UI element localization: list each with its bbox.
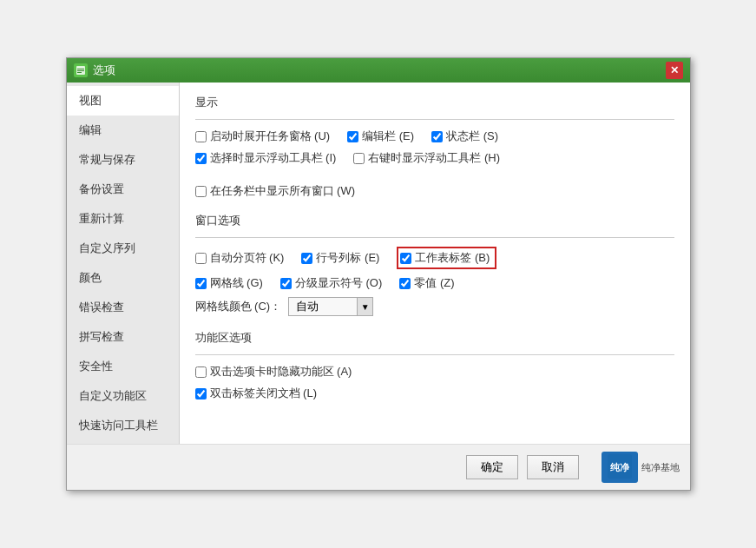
window-row-1: 自动分页符 (K) 行号列标 (E) 工作表标签 (B) [195, 247, 674, 269]
svg-rect-3 [77, 72, 82, 73]
dialog-footer: 确定 取消 纯净 纯净基地 [67, 444, 690, 490]
window-row-2: 网格线 (G) 分级显示符号 (O) 零值 (Z) [195, 275, 674, 291]
zero-values-option[interactable]: 零值 (Z) [399, 275, 454, 291]
grid-color-label: 网格线颜色 (C)： [195, 299, 282, 314]
display-divider [195, 119, 674, 120]
sidebar-item-view[interactable]: 视图 [67, 86, 179, 116]
sidebar-item-security[interactable]: 安全性 [67, 352, 179, 381]
outline-symbols-label: 分级显示符号 (O) [295, 275, 382, 291]
options-dialog: 选项 ✕ 视图编辑常规与保存备份设置重新计算自定义序列颜色错误检查拼写检查安全性… [66, 57, 691, 491]
watermark-text: 纯净基地 [641, 461, 680, 474]
main-content: 显示 启动时展开任务窗格 (U) 编辑栏 (E) 状态栏 (S) [180, 83, 690, 444]
sidebar-item-color[interactable]: 颜色 [67, 263, 179, 293]
formula-bar-checkbox[interactable] [347, 131, 358, 142]
grid-color-row: 网格线颜色 (C)： 自动 ▼ [195, 297, 674, 316]
float-on-select-label: 选择时显示浮动工具栏 (I) [210, 150, 337, 166]
window-divider [195, 237, 674, 238]
collapse-ribbon-option[interactable]: 双击选项卡时隐藏功能区 (A) [195, 364, 352, 380]
window-section-title: 窗口选项 [195, 213, 674, 230]
gridlines-option[interactable]: 网格线 (G) [195, 275, 263, 291]
function-section-title: 功能区选项 [195, 330, 674, 347]
status-bar-label: 状态栏 (S) [446, 129, 498, 144]
outline-symbols-option[interactable]: 分级显示符号 (O) [280, 275, 382, 291]
display-row-2: 选择时显示浮动工具栏 (I) 右键时显示浮动工具栏 (H) 在任务栏中显示所有窗… [195, 150, 674, 199]
zero-values-label: 零值 (Z) [414, 275, 454, 291]
sidebar: 视图编辑常规与保存备份设置重新计算自定义序列颜色错误检查拼写检查安全性自定义功能… [67, 83, 180, 444]
outline-symbols-checkbox[interactable] [280, 278, 292, 289]
grid-color-select[interactable]: 自动 ▼ [288, 297, 373, 316]
dialog-body: 视图编辑常规与保存备份设置重新计算自定义序列颜色错误检查拼写检查安全性自定义功能… [67, 83, 690, 444]
sidebar-item-errcheck[interactable]: 错误检查 [67, 293, 179, 322]
title-bar-left: 选项 [74, 63, 115, 78]
show-all-taskbar-checkbox[interactable] [195, 186, 207, 197]
float-on-rightclick-label: 右键时显示浮动工具栏 (H) [368, 150, 500, 166]
grid-color-value[interactable]: 自动 [288, 297, 358, 316]
float-on-select-checkbox[interactable] [195, 153, 207, 164]
show-all-taskbar-label: 在任务栏中显示所有窗口 (W) [210, 183, 356, 199]
show-all-taskbar-option[interactable]: 在任务栏中显示所有窗口 (W) [195, 183, 356, 199]
row-col-header-label: 行号列标 (E) [316, 250, 379, 266]
svg-rect-2 [77, 70, 84, 71]
sidebar-item-customseq[interactable]: 自定义序列 [67, 234, 179, 263]
row-col-header-checkbox[interactable] [301, 253, 312, 264]
gridlines-checkbox[interactable] [195, 278, 207, 289]
sidebar-item-spellcheck[interactable]: 拼写检查 [67, 322, 179, 352]
status-bar-option[interactable]: 状态栏 (S) [431, 129, 498, 144]
float-on-select-option[interactable]: 选择时显示浮动工具栏 (I) [195, 150, 337, 166]
function-row-1: 双击选项卡时隐藏功能区 (A) [195, 364, 674, 380]
display-section-title: 显示 [195, 95, 674, 112]
formula-bar-label: 编辑栏 (E) [362, 129, 414, 144]
display-section: 显示 启动时展开任务窗格 (U) 编辑栏 (E) 状态栏 (S) [195, 95, 674, 199]
row-col-header-option[interactable]: 行号列标 (E) [301, 250, 379, 266]
auto-pagebreak-label: 自动分页符 (K) [210, 250, 285, 266]
close-doc-dbl-tab-option[interactable]: 双击标签关闭文档 (L) [195, 386, 318, 401]
sheet-tab-label: 工作表标签 (B) [415, 250, 490, 266]
ok-button[interactable]: 确定 [466, 455, 518, 479]
status-bar-checkbox[interactable] [431, 131, 443, 142]
dialog-title: 选项 [93, 63, 115, 78]
sheet-tab-checkbox[interactable] [400, 253, 411, 264]
function-section: 功能区选项 双击选项卡时隐藏功能区 (A) 双击标签关闭文档 (L) [195, 330, 674, 401]
auto-pagebreak-checkbox[interactable] [195, 253, 207, 264]
function-row-2: 双击标签关闭文档 (L) [195, 386, 674, 401]
svg-text:纯净: 纯净 [609, 462, 630, 472]
startup-taskpane-checkbox[interactable] [195, 131, 207, 142]
gridlines-label: 网格线 (G) [210, 275, 263, 291]
auto-pagebreak-option[interactable]: 自动分页符 (K) [195, 250, 285, 266]
close-doc-dbl-tab-label: 双击标签关闭文档 (L) [210, 386, 318, 401]
float-on-rightclick-checkbox[interactable] [353, 153, 365, 164]
close-doc-dbl-tab-checkbox[interactable] [195, 388, 207, 399]
sidebar-item-quickaccess[interactable]: 快速访问工具栏 [67, 411, 179, 440]
title-bar: 选项 ✕ [67, 58, 690, 83]
watermark: 纯净 纯净基地 [602, 452, 680, 483]
sidebar-item-general[interactable]: 常规与保存 [67, 145, 179, 175]
sheet-tab-option[interactable]: 工作表标签 (B) [397, 247, 496, 269]
sidebar-item-customfunc[interactable]: 自定义功能区 [67, 381, 179, 411]
collapse-ribbon-label: 双击选项卡时隐藏功能区 (A) [210, 364, 352, 380]
window-section: 窗口选项 自动分页符 (K) 行号列标 (E) 工作表标签 (B) [195, 213, 674, 316]
watermark-logo: 纯净 [602, 452, 638, 483]
float-on-rightclick-option[interactable]: 右键时显示浮动工具栏 (H) [353, 150, 500, 166]
startup-taskpane-label: 启动时展开任务窗格 (U) [210, 129, 331, 144]
display-row-1: 启动时展开任务窗格 (U) 编辑栏 (E) 状态栏 (S) [195, 129, 674, 144]
collapse-ribbon-checkbox[interactable] [195, 366, 207, 378]
function-divider [195, 354, 674, 355]
close-button[interactable]: ✕ [666, 62, 683, 79]
sidebar-item-backup[interactable]: 备份设置 [67, 175, 179, 204]
svg-rect-1 [77, 69, 84, 69]
sidebar-item-edit[interactable]: 编辑 [67, 116, 179, 145]
startup-taskpane-option[interactable]: 启动时展开任务窗格 (U) [195, 129, 331, 144]
formula-bar-option[interactable]: 编辑栏 (E) [347, 129, 414, 144]
app-icon [74, 63, 88, 77]
zero-values-checkbox[interactable] [399, 278, 411, 289]
sidebar-item-recalc[interactable]: 重新计算 [67, 204, 179, 234]
grid-color-arrow[interactable]: ▼ [358, 297, 373, 316]
cancel-button[interactable]: 取消 [527, 455, 579, 479]
